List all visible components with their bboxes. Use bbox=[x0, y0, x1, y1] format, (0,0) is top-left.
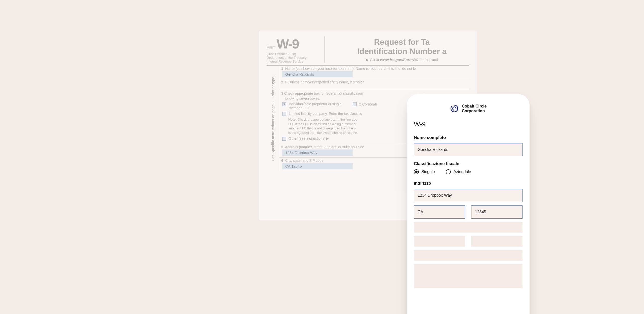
w9-department: Department of the Treasury bbox=[267, 56, 320, 60]
skeleton-placeholder bbox=[471, 236, 522, 247]
radio-circle-icon bbox=[446, 169, 451, 174]
w9-goto: ▶ Go to www.irs.gov/FormW9 for instructi bbox=[335, 58, 469, 62]
company-name: Cobalt Circle Corporation bbox=[462, 104, 487, 113]
skeleton-placeholder bbox=[414, 236, 465, 247]
w9-name-value: Gericka Rickards bbox=[282, 71, 353, 77]
w9-row-business: 2 Business name/disregarded entity name,… bbox=[279, 79, 469, 90]
w9-side-instructions: See Specific Instructions on page 3. Pri… bbox=[267, 66, 279, 171]
address-street-input[interactable] bbox=[414, 189, 522, 202]
skeleton-placeholder bbox=[414, 264, 522, 288]
full-name-label: Nome completo bbox=[414, 135, 522, 140]
checkbox-other bbox=[282, 137, 286, 141]
w9-code: W-9 bbox=[276, 37, 299, 51]
company-logo-icon bbox=[450, 104, 459, 113]
radio-circle-icon bbox=[414, 169, 419, 174]
w9-city-value: CA 12345 bbox=[282, 163, 353, 169]
svg-point-1 bbox=[452, 106, 456, 111]
w9-title-area: Request for Ta Identification Number a ▶… bbox=[325, 36, 469, 63]
mobile-form-card: Cobalt Circle Corporation W-9 Nome compl… bbox=[407, 94, 530, 314]
radio-single-label: Singolo bbox=[421, 170, 435, 174]
form-title: W-9 bbox=[414, 120, 522, 128]
w9-form-identifier: Form W-9 (Rev. October 2018) Department … bbox=[267, 36, 325, 63]
tax-classification-radio-group: Singolo Aziendale bbox=[414, 169, 522, 174]
w9-title: Request for Ta Identification Number a bbox=[335, 37, 469, 56]
company-header: Cobalt Circle Corporation bbox=[414, 104, 522, 113]
svg-point-0 bbox=[450, 104, 459, 113]
address-state-input[interactable] bbox=[414, 205, 465, 219]
address-zip-input[interactable] bbox=[471, 205, 522, 219]
checkbox-individual: X bbox=[282, 102, 286, 106]
w9-revision: (Rev. October 2018) bbox=[267, 52, 320, 56]
w9-address-value: 1234 Dropbox Way bbox=[282, 149, 353, 156]
radio-business-label: Aziendale bbox=[453, 170, 471, 174]
checkbox-ccorp bbox=[353, 102, 357, 106]
skeleton-placeholder bbox=[414, 250, 522, 261]
w9-row-name: 1 Name (as shown on your income tax retu… bbox=[279, 66, 469, 79]
checkbox-llc bbox=[282, 112, 286, 116]
radio-single[interactable]: Singolo bbox=[414, 169, 435, 174]
w9-irs: Internal Revenue Service bbox=[267, 60, 320, 63]
full-name-input[interactable] bbox=[414, 143, 522, 156]
tax-classification-label: Classificazione fiscale bbox=[414, 161, 522, 166]
address-label: Indirizzo bbox=[414, 181, 522, 186]
radio-business[interactable]: Aziendale bbox=[446, 169, 471, 174]
form-word: Form bbox=[267, 45, 275, 49]
skeleton-placeholder bbox=[414, 222, 522, 233]
